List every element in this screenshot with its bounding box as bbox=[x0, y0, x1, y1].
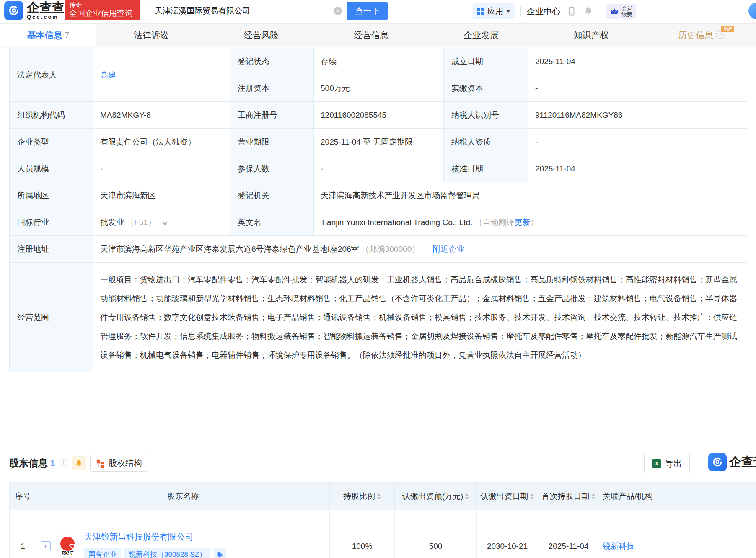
business-scope-value: 一般项目：货物进出口；汽车零配件零售；汽车零配件批发；智能机器人的研发；工业机器… bbox=[93, 263, 747, 372]
industry-code: （F51） bbox=[126, 218, 156, 227]
tab-operation-risk[interactable]: 经营风险 bbox=[206, 24, 316, 46]
field-label: 注册地址 bbox=[10, 236, 93, 263]
legal-representative-link[interactable]: 高建 bbox=[100, 70, 116, 79]
tab-basic-info[interactable]: 基本信息7 bbox=[0, 24, 96, 46]
vip-renew-label: 会员 续费 bbox=[621, 5, 632, 18]
approval-date-value: 2025-11-04 bbox=[528, 155, 747, 182]
sort-icon bbox=[530, 493, 534, 499]
related-product-link[interactable]: 锐新科技 bbox=[603, 542, 634, 550]
shareholder-name-cell: + RXHT 天津锐新昌科技股份有限公司 国有企业 锐新科技（300828.SZ… bbox=[36, 510, 330, 558]
sort-icon bbox=[591, 493, 595, 499]
tab-history-info[interactable]: VIP 历史信息 i bbox=[646, 24, 756, 46]
table-header-row: 序号 股东名称 持股比例 认缴出资额(万元) 认缴出资日期 首次持股日期 关联产… bbox=[10, 483, 756, 510]
col-related-products: 关联产品/机构 bbox=[599, 483, 756, 510]
registered-address-cell: 天津市滨海高新区华苑产业区海泰发展六道6号海泰绿色产业基地I座206室 （邮编3… bbox=[93, 236, 747, 263]
english-name-value: Tianjin Yunxi International Trading Co.,… bbox=[321, 218, 472, 227]
promo-line1: 传奇 bbox=[69, 1, 135, 8]
subscribed-amount-value: 500 bbox=[395, 510, 477, 558]
mobile-app-icon[interactable] bbox=[566, 6, 577, 17]
qcc-brand-watermark: 企查查 bbox=[708, 453, 756, 471]
field-label: 法定代表人 bbox=[10, 48, 93, 102]
field-label: 参保人数 bbox=[230, 155, 314, 182]
col-share-ratio[interactable]: 持股比例 bbox=[330, 483, 395, 510]
apps-menu-button[interactable]: 应用 bbox=[473, 3, 515, 19]
chevron-down-icon[interactable] bbox=[163, 220, 168, 225]
search-box: × bbox=[148, 2, 347, 20]
shareholders-section: 股东信息 1 i 股权结构 X 导出 企查查 bbox=[0, 455, 756, 558]
clear-search-icon[interactable]: × bbox=[334, 7, 342, 15]
staff-size-value: - bbox=[93, 155, 230, 182]
nearby-companies-link[interactable]: 附近企业 bbox=[433, 245, 465, 253]
divider bbox=[520, 6, 521, 17]
vip-renew-button[interactable]: V 会员 续费 bbox=[606, 4, 636, 19]
row-index: 1 bbox=[10, 510, 36, 558]
brand-text: 企查查 bbox=[729, 454, 756, 470]
share-ratio-value: 100% bbox=[330, 510, 395, 558]
notification-bell-icon[interactable] bbox=[583, 6, 594, 17]
registration-status-value: 存续 bbox=[314, 48, 444, 75]
svg-text:V: V bbox=[613, 10, 616, 14]
company-building-icon[interactable] bbox=[214, 548, 226, 558]
col-subscribed-amount[interactable]: 认缴出资额(万元) bbox=[395, 483, 477, 510]
excel-icon: X bbox=[652, 459, 661, 468]
listed-stock-tag[interactable]: 锐新科技（300828.SZ） bbox=[124, 548, 210, 558]
user-avatar[interactable] bbox=[748, 3, 756, 19]
shareholder-row: 1 + RXHT 天津锐新昌科技股份有限公司 国有企业 锐新科技（300828 bbox=[10, 510, 756, 558]
col-index: 序号 bbox=[10, 483, 36, 510]
shareholder-company-logo: RXHT bbox=[56, 535, 79, 558]
registered-capital-value: 500万元 bbox=[314, 75, 444, 102]
field-label: 成立日期 bbox=[444, 48, 528, 75]
english-name-cell: Tianjin Yunxi International Trading Co.,… bbox=[314, 209, 747, 236]
tab-company-development[interactable]: 企业发展 bbox=[426, 24, 536, 46]
monitor-bell-button[interactable] bbox=[72, 456, 86, 470]
equity-structure-button[interactable]: 股权结构 bbox=[90, 455, 148, 472]
shareholders-count: 1 bbox=[50, 458, 55, 468]
update-translation-link[interactable]: 更新 bbox=[515, 218, 531, 227]
field-label: 营业期限 bbox=[230, 129, 314, 155]
export-button[interactable]: X 导出 bbox=[644, 454, 690, 473]
info-icon[interactable]: i bbox=[60, 459, 67, 467]
qcc-logo-icon bbox=[4, 1, 23, 20]
shareholders-table: 序号 股东名称 持股比例 认缴出资额(万元) 认缴出资日期 首次持股日期 关联产… bbox=[9, 482, 756, 558]
region-value: 天津市滨海新区 bbox=[93, 182, 230, 209]
crown-icon: V bbox=[609, 6, 619, 16]
taxpayer-qualification-value: - bbox=[528, 129, 747, 155]
related-product-cell: 锐新科技 bbox=[599, 510, 756, 558]
vip-badge: VIP bbox=[721, 26, 734, 32]
field-label: 组织机构代码 bbox=[10, 102, 93, 129]
state-owned-tag[interactable]: 国有企业 bbox=[84, 548, 121, 558]
sort-icon bbox=[377, 493, 381, 499]
logo-text: 企查查 bbox=[27, 1, 65, 14]
col-first-hold-date[interactable]: 首次持股日期 bbox=[538, 483, 599, 510]
rxht-logo-mark bbox=[60, 537, 75, 551]
promo-badge: 传奇 全国企业信用查询 bbox=[65, 0, 140, 20]
bell-icon bbox=[75, 459, 83, 468]
promo-line2: 全国企业信用查询 bbox=[69, 8, 135, 18]
field-label: 核准日期 bbox=[444, 155, 528, 182]
business-term-value: 2025-11-04 至 无固定期限 bbox=[314, 129, 444, 155]
paid-capital-value: - bbox=[528, 75, 747, 102]
tab-operation-info[interactable]: 经营信息 bbox=[316, 24, 426, 46]
chevron-down-icon bbox=[506, 10, 510, 13]
field-label: 纳税人资质 bbox=[444, 129, 528, 155]
col-subscribed-date[interactable]: 认缴出资日期 bbox=[477, 483, 538, 510]
auto-translate-note: （自动翻译 bbox=[475, 218, 515, 227]
field-label: 登记机关 bbox=[230, 182, 314, 209]
industry-cell: 批发业 （F51） bbox=[93, 209, 230, 236]
shareholder-company-link[interactable]: 天津锐新昌科技股份有限公司 bbox=[84, 532, 193, 541]
tab-count: 7 bbox=[65, 31, 70, 40]
sort-icon bbox=[465, 493, 469, 499]
tab-intellectual-property[interactable]: 知识产权 bbox=[536, 24, 646, 46]
search-button[interactable]: 查一下 bbox=[347, 2, 388, 20]
subscribed-date-value: 2030-10-21 bbox=[477, 510, 538, 558]
qcc-logo[interactable]: 企查查 Qcc.com bbox=[4, 1, 65, 20]
shareholders-title: 股东信息 bbox=[9, 457, 48, 470]
enterprise-center-link[interactable]: 企业中心 bbox=[527, 6, 560, 17]
field-label: 登记状态 bbox=[230, 48, 314, 75]
expand-row-button[interactable]: + bbox=[41, 541, 51, 551]
search-input[interactable] bbox=[148, 6, 334, 16]
tab-legal-litigation[interactable]: 法律诉讼 bbox=[96, 24, 206, 46]
col-shareholder-name: 股东名称 bbox=[36, 483, 330, 510]
establish-date-value: 2025-11-04 bbox=[528, 48, 747, 75]
field-label: 纳税人识别号 bbox=[444, 102, 528, 129]
